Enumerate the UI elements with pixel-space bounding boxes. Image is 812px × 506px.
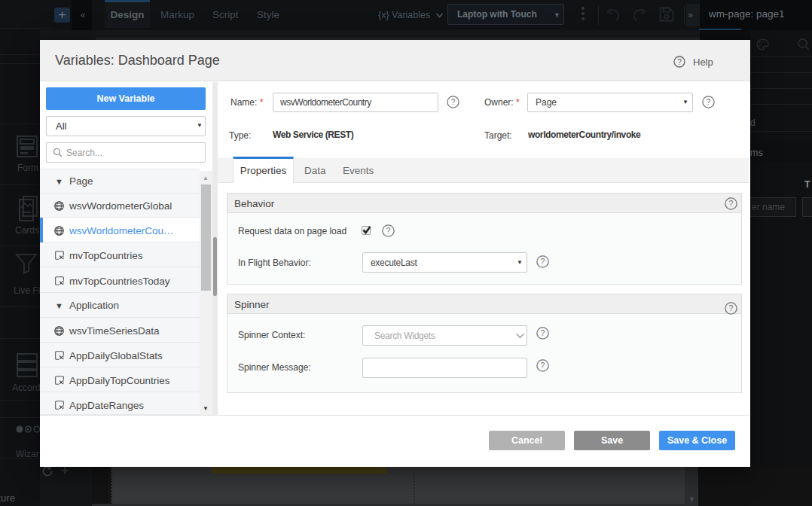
- svg-text:?: ?: [729, 303, 734, 312]
- svg-text:?: ?: [729, 199, 734, 208]
- svg-text:?: ?: [541, 328, 545, 337]
- svg-text:?: ?: [541, 257, 545, 266]
- svg-text:?: ?: [451, 97, 456, 106]
- svg-text:?: ?: [677, 58, 682, 66]
- svg-text:?: ?: [541, 361, 545, 370]
- svg-text:?: ?: [386, 226, 391, 235]
- svg-text:?: ?: [707, 97, 711, 106]
